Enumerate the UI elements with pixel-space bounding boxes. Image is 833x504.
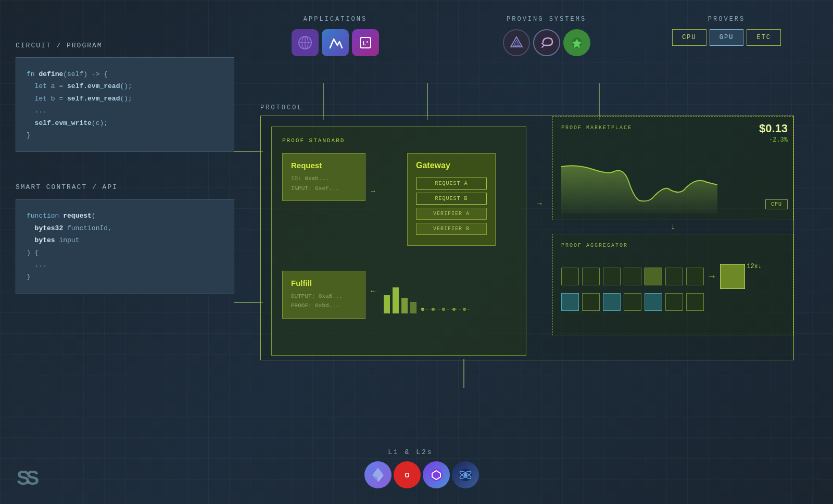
svg-rect-10 [393, 287, 399, 313]
green-icon [563, 29, 590, 56]
top-section: APPLICATIONS [255, 16, 791, 56]
agg-cell-6 [665, 268, 683, 285]
aggregator-count: 12x↓ [747, 263, 762, 270]
connector-h1 [234, 151, 263, 152]
globe-icon [292, 29, 319, 56]
request-b-button[interactable]: REQUEST B [416, 193, 487, 205]
proof-marketplace-box: PROOF MARKETPLACE [552, 116, 793, 220]
arrow-down: ↓ [552, 222, 793, 232]
optimism-icon: O [394, 461, 421, 488]
svg-text:L²: L² [363, 40, 369, 46]
gateway-title: Gateway [416, 161, 487, 170]
loop-icon [533, 29, 560, 56]
fulfill-output: OUTPUT: 0xa6... [291, 292, 357, 301]
svg-text:O: O [405, 472, 409, 479]
price-value: $0.13 [759, 122, 788, 135]
agg-cell-t3 [603, 293, 621, 311]
l1l2-label: L1 & L2s [364, 448, 479, 456]
protocol-label: PROTOCOL [260, 104, 794, 111]
proof-aggregator-box: PROOF AGGREGATOR 12x↓ → [552, 234, 793, 335]
connector-h2 [234, 302, 263, 303]
svg-text:S: S [26, 467, 39, 488]
proving-icons-row [503, 29, 590, 56]
request-title: Request [291, 161, 357, 170]
applications-group: APPLICATIONS [292, 16, 379, 56]
arrow-req-gateway: → [371, 187, 375, 195]
app-icons-row: L² [292, 29, 379, 56]
proof-standard-label: PROOF STANDARD [282, 137, 515, 144]
proving-systems-label: PROVING SYSTEMS [503, 16, 590, 23]
agg-cell-5 [645, 268, 662, 285]
gpu-button[interactable]: GPU [710, 29, 744, 46]
agg-cell-large [720, 264, 745, 289]
main-container: CIRCUIT / PROGRAM fn define(self) -> { l… [0, 0, 833, 504]
l1l2-section: L1 & L2s O [364, 448, 479, 488]
agg-cell-4 [624, 268, 641, 285]
contract-code: function request( bytes32 functionId, by… [27, 210, 223, 283]
circuit-code: fn define(self) -> { let a = self.evm_re… [27, 68, 223, 141]
fulfill-proof: PROOF: 0xbd... [291, 301, 357, 311]
applications-label: APPLICATIONS [292, 16, 379, 23]
verifier-a-button[interactable]: VERIFIER A [416, 208, 487, 220]
svg-rect-11 [401, 298, 408, 313]
provers-label: PROVERS [672, 16, 781, 23]
proof-standard-box: PROOF STANDARD Request ID: 0xab... INPUT… [271, 127, 526, 356]
circuit-label: CIRCUIT / PROGRAM [16, 42, 234, 49]
eth-icon [364, 461, 392, 488]
agg-cell-2 [582, 268, 600, 285]
etc-button[interactable]: ETC [747, 29, 781, 46]
mini-chart-area [381, 282, 521, 313]
polygon-icon [423, 461, 450, 488]
arrow-fulfill-gateway: ← [371, 287, 375, 295]
verifier-b-button[interactable]: VERIFIER B [416, 223, 487, 235]
l2-icon: L² [352, 29, 379, 56]
agg-cell-1 [561, 268, 579, 285]
arrow-to-marketplace: → [537, 199, 542, 209]
l1l2-icons: O [364, 461, 479, 488]
agg-cell-t1 [561, 293, 579, 311]
circuit-block: fn define(self) -> { let a = self.evm_re… [16, 57, 234, 152]
agg-cell-t2 [582, 293, 600, 311]
agg-cell-t7 [686, 293, 704, 311]
svg-rect-9 [384, 295, 390, 313]
cpu-button[interactable]: CPU [672, 29, 706, 46]
marketplace-label: PROOF MARKETPLACE [561, 125, 785, 131]
cpu-badge: CPU [765, 199, 788, 209]
protocol-box: PROOF STANDARD Request ID: 0xab... INPUT… [260, 116, 794, 360]
fulfill-title: Fulfill [291, 279, 357, 287]
provers-group: PROVERS CPU GPU ETC [672, 16, 781, 46]
logo: S S [16, 465, 44, 488]
left-panel: CIRCUIT / PROGRAM fn define(self) -> { l… [16, 42, 234, 325]
agg-cell-t4 [624, 293, 641, 311]
protocol-section: PROTOCOL PROOF STANDARD Request ID: 0xab… [260, 104, 794, 360]
request-block: Request ID: 0xab... INPUT: 0xef... [282, 153, 365, 201]
request-input: INPUT: 0xef... [291, 184, 357, 194]
svg-rect-12 [410, 302, 416, 313]
proving-systems-group: PROVING SYSTEMS [503, 16, 590, 56]
request-a-button[interactable]: REQUEST A [416, 178, 487, 190]
provers-row: CPU GPU ETC [672, 29, 781, 46]
aggregator-label: PROOF AGGREGATOR [561, 243, 785, 248]
price-chart-svg [561, 156, 717, 213]
agg-cell-t6 [665, 293, 683, 311]
agg-cell-7 [686, 268, 704, 285]
vline-l1l2 [463, 359, 464, 388]
agg-cell-3 [603, 268, 621, 285]
contract-label: SMART CONTRACT / API [16, 183, 234, 191]
agg-cell-t5 [645, 293, 662, 311]
gateway-block: Gateway REQUEST A REQUEST B VERIFIER A V… [407, 153, 496, 246]
arrow-to-large: → [709, 271, 715, 282]
agg-row-2 [561, 293, 785, 311]
right-boxes-container: PROOF MARKETPLACE [552, 116, 793, 360]
algo-icon [322, 29, 349, 56]
fulfill-block: Fulfill OUTPUT: 0xa6... PROOF: 0xbd... [282, 271, 365, 319]
request-id: ID: 0xab... [291, 174, 357, 184]
contract-block: function request( bytes32 functionId, by… [16, 199, 234, 294]
svg-point-27 [464, 473, 467, 476]
price-change: -2.3% [769, 136, 788, 144]
cosmos-icon [452, 461, 479, 488]
noir-icon [503, 29, 530, 56]
